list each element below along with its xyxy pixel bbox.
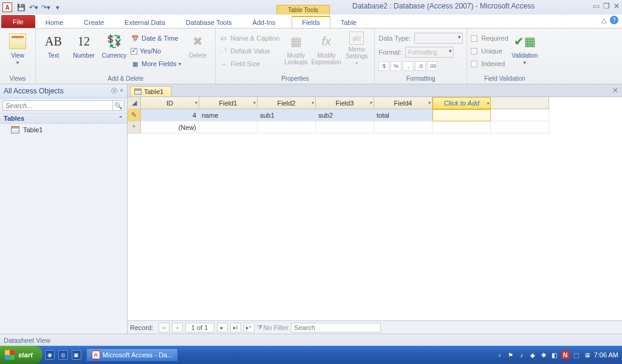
main-area: All Access Objects ⓥ« 🔍 Tables ⌃ Table1 …: [0, 84, 622, 334]
tab-fields[interactable]: Fields: [292, 16, 330, 28]
quick-launch-1-icon[interactable]: ◉: [45, 350, 55, 360]
tray-icon-2[interactable]: ♪: [518, 351, 526, 359]
tray-icon-3[interactable]: ◆: [528, 351, 537, 359]
col-id-label: ID: [166, 99, 173, 107]
datasheet[interactable]: ◢ ID▾ Field1▾ Field2▾ Field3▾ Field4▾ Cl…: [128, 97, 622, 320]
tab-file[interactable]: File: [1, 15, 35, 28]
delete-label: Delete: [189, 52, 207, 59]
view-button[interactable]: View ▼: [4, 30, 32, 66]
first-record-button[interactable]: I◂: [159, 323, 169, 332]
record-search-input[interactable]: [291, 323, 381, 332]
cell-field3[interactable]: sub2: [316, 109, 374, 121]
field-size-button: ↔Field Size: [219, 58, 279, 70]
document-tab-table1[interactable]: Table1: [130, 86, 171, 96]
column-header-add[interactable]: Click to Add▾: [432, 97, 491, 109]
undo-icon[interactable]: ↶▾: [28, 2, 39, 13]
tab-external-data[interactable]: External Data: [114, 16, 176, 28]
tray-icon-4[interactable]: ✱: [539, 351, 548, 359]
redo-icon[interactable]: ↷▾: [40, 2, 51, 13]
tray-icon-5[interactable]: ◧: [550, 351, 559, 359]
chevron-down-icon[interactable]: ▾: [253, 100, 256, 106]
new-record-button[interactable]: ▸*: [244, 323, 255, 332]
task-button-access[interactable]: A Microsoft Access - Da...: [86, 348, 179, 362]
nav-header[interactable]: All Access Objects ⓥ«: [0, 84, 127, 98]
cell-field1[interactable]: name: [199, 109, 258, 121]
cell-new-f4[interactable]: [374, 121, 432, 133]
currency-field-button[interactable]: 💱Currency: [100, 30, 128, 59]
column-header-field2[interactable]: Field2▾: [258, 97, 316, 109]
column-header-id[interactable]: ID▾: [141, 97, 199, 109]
record-position[interactable]: 1 of 1: [185, 323, 214, 332]
prev-record-button[interactable]: ◂: [172, 323, 183, 332]
number-label: Number: [73, 52, 95, 59]
save-icon[interactable]: 💾: [16, 2, 27, 13]
percent-format-button: %: [391, 61, 402, 71]
cell-new-f1[interactable]: [199, 121, 258, 133]
col-add-label: Click to Add: [444, 99, 479, 107]
nav-collapse-icon[interactable]: «: [120, 87, 123, 95]
minimize-button[interactable]: ▭: [593, 2, 600, 10]
start-button[interactable]: start: [0, 346, 43, 364]
nav-item-table1[interactable]: Table1: [0, 124, 127, 136]
search-icon[interactable]: 🔍: [112, 100, 125, 111]
cell-add[interactable]: [432, 109, 491, 121]
nav-search-input[interactable]: [2, 100, 112, 111]
tab-database-tools[interactable]: Database Tools: [176, 16, 242, 28]
memo-settings-label: Memo Settings: [343, 46, 371, 59]
text-field-button[interactable]: ABText: [39, 30, 67, 59]
tray-icon-6[interactable]: ⬚: [572, 351, 581, 359]
group-properties-label: Properties: [219, 75, 371, 84]
select-all-cell[interactable]: ◢: [128, 97, 141, 109]
close-document-icon[interactable]: ✕: [612, 86, 618, 95]
chevron-down-icon[interactable]: ▾: [487, 101, 489, 106]
filter-indicator[interactable]: ⧩No Filter: [257, 323, 289, 331]
column-header-field4[interactable]: Field4▾: [374, 97, 432, 109]
cell-new-f2[interactable]: [258, 121, 316, 133]
tray-icon-1[interactable]: ⚑: [507, 351, 515, 359]
chevron-down-icon[interactable]: ▾: [370, 100, 372, 106]
restore-button[interactable]: ❐: [603, 2, 610, 10]
cell-new-id[interactable]: (New): [141, 121, 199, 133]
date-time-button[interactable]: 📅Date & Time: [131, 32, 181, 44]
tab-home[interactable]: Home: [35, 16, 73, 28]
tray-icon-n[interactable]: N: [561, 351, 570, 359]
collapse-group-icon[interactable]: ⌃: [118, 115, 123, 121]
clock[interactable]: 7:06 AM: [594, 351, 618, 359]
chevron-down-icon[interactable]: ▾: [428, 100, 431, 106]
cell-new-add[interactable]: [432, 121, 491, 133]
cell-field2[interactable]: sub1: [258, 109, 316, 121]
indexed-label: Indexed: [481, 60, 505, 67]
chevron-down-icon[interactable]: ▾: [195, 100, 197, 106]
tab-addins[interactable]: Add-Ins: [242, 16, 285, 28]
taskbar: start ◉ ◎ ▣ A Microsoft Access - Da... ‹…: [0, 346, 622, 364]
row-selector-new[interactable]: *: [128, 121, 141, 133]
chevron-down-icon[interactable]: ▾: [312, 100, 314, 106]
tray-expand-icon[interactable]: ‹: [496, 351, 504, 359]
nav-dropdown-icon[interactable]: ⓥ: [111, 87, 117, 95]
row-selector-editing[interactable]: ✎: [128, 109, 141, 121]
column-header-field3[interactable]: Field3▾: [316, 97, 374, 109]
nav-group-tables[interactable]: Tables ⌃: [0, 113, 127, 124]
cell-field4[interactable]: total: [374, 109, 432, 121]
document-tabs: Table1 ✕: [128, 84, 622, 97]
qat-customize-icon[interactable]: ▾: [52, 2, 63, 13]
number-field-button[interactable]: 12Number: [70, 30, 98, 59]
last-record-button[interactable]: ▸I: [230, 323, 241, 332]
cell-id[interactable]: 4: [141, 109, 199, 121]
quick-launch-3-icon[interactable]: ▣: [72, 350, 81, 360]
more-fields-button[interactable]: ▦More Fields ▾: [131, 58, 181, 70]
help-icon[interactable]: ?: [610, 16, 618, 24]
next-record-button[interactable]: ▸: [217, 323, 228, 332]
nav-group-label: Tables: [4, 115, 24, 122]
yes-no-button[interactable]: Yes/No: [131, 45, 181, 57]
tray-icon-7[interactable]: 🖥: [583, 351, 592, 359]
column-header-field1[interactable]: Field1▾: [199, 97, 258, 109]
ribbon-min-icon[interactable]: △: [601, 16, 606, 24]
tab-create[interactable]: Create: [73, 16, 114, 28]
tab-table[interactable]: Table: [330, 16, 367, 28]
close-button[interactable]: ✕: [613, 2, 620, 10]
quick-launch-2-icon[interactable]: ◎: [58, 350, 68, 360]
app-icon[interactable]: A: [2, 2, 12, 12]
cell-new-f3[interactable]: [316, 121, 374, 133]
validation-button[interactable]: ✔▦Validation▼: [511, 30, 539, 66]
